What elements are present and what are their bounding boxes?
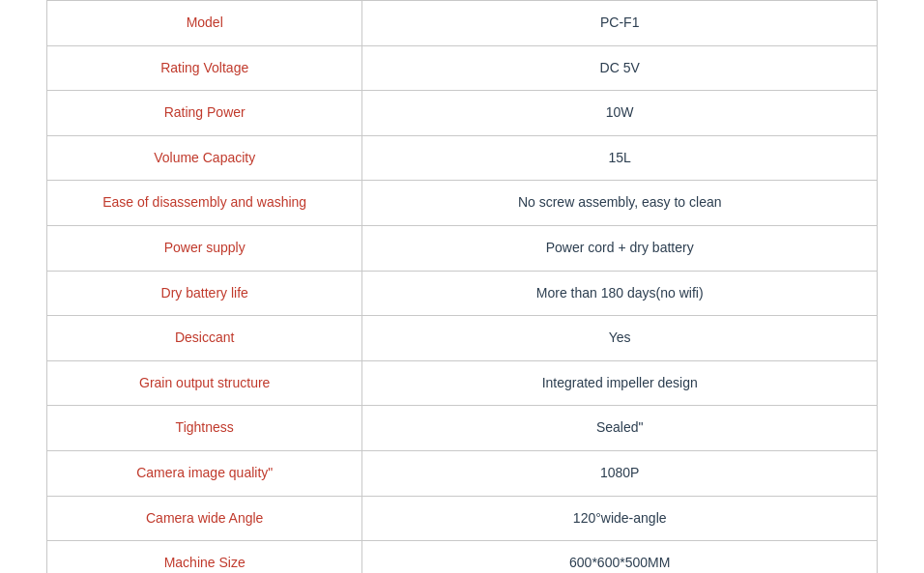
spec-label: Dry battery life — [47, 271, 362, 316]
spec-label: Rating Power — [47, 91, 362, 136]
spec-label: Rating Voltage — [47, 45, 362, 91]
spec-label: Machine Size — [47, 541, 362, 573]
spec-value: Power cord + dry battery — [362, 225, 878, 271]
table-row: Dry battery lifeMore than 180 days(no wi… — [47, 271, 878, 316]
table-row: TightnessSealed" — [47, 406, 878, 451]
spec-table: ModelPC-F1Rating VoltageDC 5VRating Powe… — [46, 0, 878, 573]
table-row: Camera image quality"1080P — [47, 450, 878, 496]
spec-label: Camera wide Angle — [47, 496, 362, 541]
spec-value: DC 5V — [362, 45, 878, 91]
spec-label: Desiccant — [47, 316, 362, 361]
table-row: Grain output structureIntegrated impelle… — [47, 360, 878, 406]
table-row: Volume Capacity15L — [47, 135, 878, 181]
spec-label: Ease of disassembly and washing — [47, 181, 362, 226]
table-row: Ease of disassembly and washingNo screw … — [47, 181, 878, 226]
table-row: DesiccantYes — [47, 316, 878, 361]
spec-value: 10W — [362, 91, 878, 136]
spec-value: 600*600*500MM — [362, 541, 878, 573]
spec-label: Tightness — [47, 406, 362, 451]
spec-value: 120°wide-angle — [362, 496, 878, 541]
table-row: Rating VoltageDC 5V — [47, 45, 878, 91]
spec-label: Power supply — [47, 225, 362, 271]
spec-value: No screw assembly, easy to clean — [362, 181, 878, 226]
spec-label: Model — [47, 1, 362, 46]
table-row: Machine Size600*600*500MM — [47, 541, 878, 573]
spec-value: 15L — [362, 135, 878, 181]
table-row: Rating Power10W — [47, 91, 878, 136]
table-row: ModelPC-F1 — [47, 1, 878, 46]
spec-value: More than 180 days(no wifi) — [362, 271, 878, 316]
spec-label: Grain output structure — [47, 360, 362, 406]
spec-value: Sealed" — [362, 406, 878, 451]
spec-value: Integrated impeller design — [362, 360, 878, 406]
spec-value: PC-F1 — [362, 1, 878, 46]
table-row: Camera wide Angle120°wide-angle — [47, 496, 878, 541]
spec-value: Yes — [362, 316, 878, 361]
spec-label: Camera image quality" — [47, 450, 362, 496]
spec-label: Volume Capacity — [47, 135, 362, 181]
spec-table-container: ModelPC-F1Rating VoltageDC 5VRating Powe… — [46, 0, 878, 573]
spec-value: 1080P — [362, 450, 878, 496]
table-row: Power supplyPower cord + dry battery — [47, 225, 878, 271]
